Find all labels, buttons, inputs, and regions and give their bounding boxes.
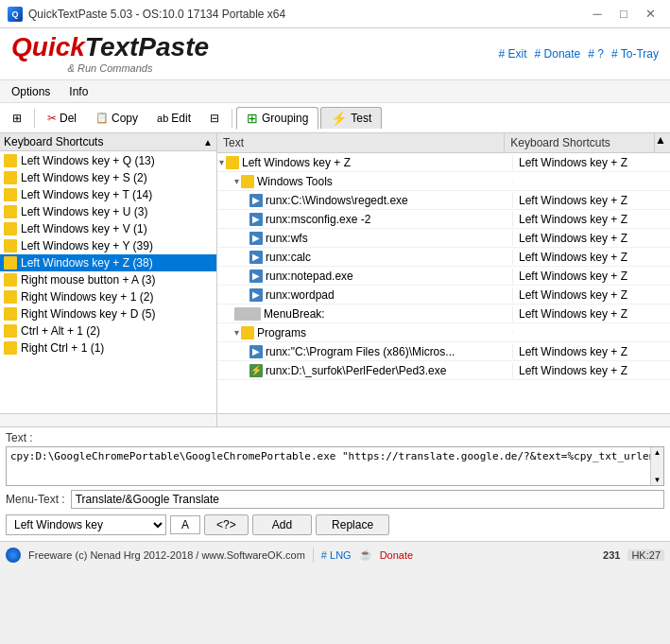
- row-shortcut: Left Windows key + Z: [512, 155, 670, 170]
- folder-icon: [4, 222, 17, 235]
- row-text: runx:notepad.exe: [266, 270, 353, 283]
- edit-button[interactable]: ab Edit: [148, 108, 199, 129]
- maximize-button[interactable]: □: [611, 5, 636, 24]
- text-scroll[interactable]: ▲ ▼: [650, 447, 663, 485]
- text-input[interactable]: cpy:D:\GoogleChromePortable\GoogleChrome…: [7, 447, 650, 485]
- table-row[interactable]: ▶runx:C:\Windows\regedt.exeLeft Windows …: [217, 191, 670, 210]
- row-shortcut: Left Windows key + Z: [512, 269, 670, 284]
- list-item[interactable]: Left Windows key + V (1): [0, 220, 216, 237]
- donate-link-top[interactable]: # Donate: [535, 47, 581, 61]
- folder-icon: [4, 188, 17, 201]
- expand-arrow[interactable]: ▾: [234, 176, 239, 186]
- table-row[interactable]: ▾Windows Tools: [217, 172, 670, 191]
- toolbar: ⊞ ✂ Del 📋 Copy ab Edit ⊟ ⊞ Grouping ⚡ Te…: [0, 103, 670, 133]
- list-item[interactable]: Left Windows key + Y (39): [0, 237, 216, 254]
- row-shortcut: Left Windows key + Z: [512, 250, 670, 265]
- list-item[interactable]: Right Ctrl + 1 (1): [0, 339, 216, 357]
- table-row[interactable]: MenuBreak:Left Windows key + Z: [217, 305, 670, 323]
- left-horiz-scroll[interactable]: [0, 413, 216, 426]
- close-button[interactable]: ✕: [638, 5, 662, 24]
- bottom-area: Text : cpy:D:\GoogleChromePortable\Googl…: [0, 426, 670, 541]
- list-item[interactable]: Right Windows key + D (5): [0, 305, 216, 322]
- row-text: runx:wordpad: [266, 288, 335, 302]
- key-select[interactable]: Left Windows keyRight Windows keyCtrlAlt…: [6, 514, 166, 535]
- replace-button[interactable]: Replace: [316, 514, 389, 535]
- table-row[interactable]: ▶runx:wordpadLeft Windows key + Z: [217, 286, 670, 305]
- expand-arrow[interactable]: ▾: [234, 327, 239, 338]
- minimize-button[interactable]: ─: [585, 5, 610, 24]
- list-item[interactable]: Right Windows key + 1 (2): [0, 288, 216, 305]
- status-bar: Freeware (c) Nenad Hrg 2012-2018 / www.S…: [0, 541, 670, 567]
- lng-link[interactable]: # LNG: [321, 549, 352, 561]
- table-row[interactable]: ⚡runx:D:\_surfok\PerlFeder\Ped3.exeLeft …: [217, 361, 670, 380]
- folder-icon: [4, 290, 17, 304]
- col-text-header: Text: [217, 133, 505, 152]
- table-row[interactable]: ▶runx:wfsLeft Windows key + Z: [217, 229, 670, 248]
- folder-icon: [241, 175, 254, 188]
- paste-icon: ⊟: [210, 112, 219, 125]
- scroll-up-right[interactable]: ▲: [655, 133, 670, 152]
- folder-icon: [4, 307, 17, 321]
- row-text: runx:calc: [266, 251, 311, 264]
- list-item[interactable]: Left Windows key + Z (38): [0, 254, 216, 271]
- row-text: runx:"C:\Program Files (x86)\Micros...: [266, 345, 455, 358]
- row-text: Windows Tools: [257, 175, 333, 188]
- menu-text-input[interactable]: [71, 490, 664, 509]
- right-horiz-scroll[interactable]: [217, 413, 670, 426]
- menu-info[interactable]: Info: [61, 83, 95, 100]
- add-button[interactable]: Add: [252, 514, 312, 535]
- letter-input[interactable]: [170, 515, 200, 534]
- del-button[interactable]: ✂ Del: [39, 108, 85, 129]
- status-logo-icon: [6, 548, 21, 563]
- table-row[interactable]: ▾Programs: [217, 323, 670, 342]
- list-item-label: Right mouse button + A (3): [21, 273, 155, 287]
- row-text: MenuBreak:: [264, 307, 325, 321]
- folder-icon: [4, 239, 17, 252]
- tab-grouping[interactable]: ⊞ Grouping: [236, 107, 318, 130]
- table-header: Text Keyboard Shortcuts ▲: [217, 133, 670, 153]
- menu-break-icon: [234, 307, 261, 321]
- exit-link[interactable]: # Exit: [499, 47, 527, 61]
- copy-button[interactable]: 📋 Copy: [87, 108, 146, 129]
- table-row[interactable]: ▶runx:notepad.exeLeft Windows key + Z: [217, 267, 670, 286]
- logo-sub: & Run Commands: [11, 62, 209, 74]
- table-row[interactable]: ▾Left Windows key + ZLeft Windows key + …: [217, 153, 670, 172]
- menu-options[interactable]: Options: [4, 83, 58, 100]
- list-item[interactable]: Left Windows key + S (2): [0, 169, 216, 186]
- list-item[interactable]: Left Windows key + Q (13): [0, 152, 216, 169]
- table-body[interactable]: ▾Left Windows key + ZLeft Windows key + …: [217, 153, 670, 413]
- row-shortcut: Left Windows key + Z: [512, 287, 670, 303]
- expand-button[interactable]: ⊞: [4, 108, 30, 129]
- title-controls: ─ □ ✕: [585, 5, 662, 24]
- logo-quick: Quick: [11, 32, 85, 61]
- list-item-label: Left Windows key + Q (13): [21, 154, 155, 167]
- special-button[interactable]: <?>: [204, 514, 249, 535]
- table-row[interactable]: ▶runx:calcLeft Windows key + Z: [217, 248, 670, 267]
- logo-text-word: Text: [85, 32, 139, 61]
- list-item[interactable]: Ctrl + Alt + 1 (2): [0, 322, 216, 339]
- row-shortcut: Left Windows key + Z: [512, 212, 670, 227]
- table-row[interactable]: ▶runx:msconfig.exe -2Left Windows key + …: [217, 210, 670, 229]
- tab-test[interactable]: ⚡ Test: [320, 107, 382, 129]
- list-item[interactable]: Right mouse button + A (3): [0, 271, 216, 288]
- folder-icon: [4, 154, 17, 167]
- app-icon: ▶: [249, 270, 263, 283]
- table-row[interactable]: ▶runx:"C:\Program Files (x86)\Micros...L…: [217, 342, 670, 361]
- row-shortcut: [512, 181, 670, 183]
- left-panel-scroll-up[interactable]: ▲: [203, 137, 213, 148]
- row-shortcut: Left Windows key + Z: [512, 193, 670, 208]
- folder-icon: [4, 205, 17, 218]
- left-panel-list[interactable]: Left Windows key + Q (13)Left Windows ke…: [0, 151, 216, 413]
- row-shortcut: [512, 332, 670, 334]
- left-panel-header: Keyboard Shortcuts ▲: [0, 133, 216, 151]
- folder-icon: [226, 156, 239, 169]
- donate-link-bottom[interactable]: Donate: [380, 549, 413, 561]
- help-link[interactable]: # ?: [588, 47, 604, 61]
- logo: QuickTextPaste & Run Commands: [11, 34, 209, 74]
- paste-icon-btn[interactable]: ⊟: [201, 108, 228, 129]
- expand-arrow[interactable]: ▾: [219, 157, 224, 167]
- row-text: Left Windows key + Z: [242, 156, 351, 169]
- list-item[interactable]: Left Windows key + T (14): [0, 186, 216, 203]
- tray-link[interactable]: # To-Tray: [611, 47, 659, 61]
- list-item[interactable]: Left Windows key + U (3): [0, 203, 216, 220]
